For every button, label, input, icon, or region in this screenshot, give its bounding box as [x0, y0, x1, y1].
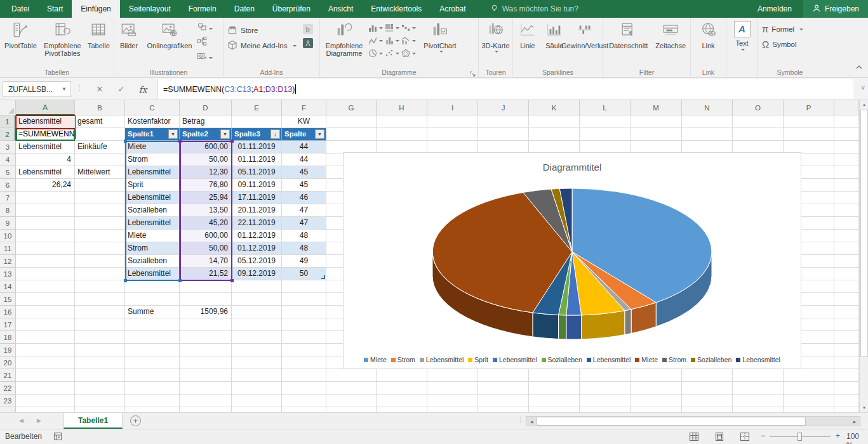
cell-A9[interactable] — [16, 217, 75, 230]
zoom-slider-thumb[interactable] — [798, 433, 802, 441]
cell-D14[interactable] — [180, 280, 232, 293]
map3d-button[interactable]: 3D-Karte — [481, 19, 511, 66]
row-header-7[interactable]: 7 — [0, 192, 16, 204]
cell-F11[interactable]: 48 — [282, 242, 326, 255]
legend-item[interactable]: Sozialleben — [691, 356, 731, 363]
cell-A18[interactable] — [16, 331, 75, 344]
cell-P3[interactable] — [784, 141, 834, 153]
cell-F13[interactable]: 50 — [282, 268, 326, 280]
share-button[interactable]: Freigeben — [803, 0, 868, 18]
cell-I22[interactable] — [427, 382, 478, 395]
cell-F5[interactable]: 45 — [282, 166, 326, 179]
cell-B22[interactable] — [75, 382, 125, 395]
legend-item[interactable]: Miete — [364, 356, 387, 363]
cell-H23[interactable] — [377, 395, 427, 407]
cell-O1[interactable] — [733, 115, 784, 128]
cell-B11[interactable] — [75, 242, 125, 255]
cell-P23[interactable] — [784, 395, 834, 407]
cell-partial-22[interactable] — [834, 382, 859, 395]
column-header-H[interactable]: H — [377, 100, 427, 115]
pie-slice-side[interactable] — [566, 315, 582, 339]
cell-A7[interactable] — [16, 192, 75, 204]
cell-P21[interactable] — [784, 369, 834, 382]
cell-A1[interactable]: Lebensmittel — [16, 115, 75, 128]
cell-D6[interactable]: 76,80 — [180, 179, 232, 192]
cell-O23[interactable] — [733, 395, 784, 407]
cell-L22[interactable] — [580, 382, 631, 395]
cell-K23[interactable] — [529, 395, 580, 407]
sheet-nav-left-icon[interactable]: ◀ — [19, 417, 23, 424]
legend-item[interactable]: Strom — [391, 356, 415, 363]
cell-K21[interactable] — [529, 369, 580, 382]
cell-E13[interactable]: 09.12.2019 — [232, 268, 282, 280]
cell-C15[interactable] — [125, 293, 180, 306]
cell-D10[interactable]: 600,00 — [180, 230, 232, 242]
people-graph-icon[interactable] — [303, 38, 313, 48]
cell-F15[interactable] — [282, 293, 326, 306]
cell-E21[interactable] — [232, 369, 282, 382]
cell-A17[interactable] — [16, 318, 75, 331]
chart-combo-icon[interactable] — [401, 34, 418, 47]
cell-C7[interactable]: Lebensmittel — [125, 192, 180, 204]
cell-K22[interactable] — [529, 382, 580, 395]
cell-partial-9[interactable] — [834, 217, 859, 230]
cell-partial-10[interactable] — [834, 230, 859, 242]
legend-item[interactable]: Lebensmittel — [420, 356, 464, 363]
legend-item[interactable]: Lebensmittel — [587, 356, 631, 363]
vertical-scroll-thumb[interactable] — [860, 110, 868, 357]
collapse-ribbon-icon[interactable] — [855, 62, 863, 74]
cell-A20[interactable] — [16, 356, 75, 369]
row-header-6[interactable]: 6 — [0, 179, 16, 192]
cell-E20[interactable] — [232, 356, 282, 369]
cell-C4[interactable]: Strom — [125, 153, 180, 166]
cell-N23[interactable] — [682, 395, 733, 407]
row-header-23[interactable]: 23 — [0, 395, 16, 407]
cell-H22[interactable] — [377, 382, 427, 395]
cell-partial-19[interactable] — [834, 344, 859, 356]
cell-A23[interactable] — [16, 395, 75, 407]
cell-G24[interactable] — [326, 407, 377, 412]
scroll-up-icon[interactable]: ▲ — [860, 100, 868, 109]
cell-E15[interactable] — [232, 293, 282, 306]
table-header-Spalte3[interactable]: Spalte3↓ — [232, 128, 282, 141]
cell-C8[interactable]: Sozialleben — [125, 204, 180, 217]
cell-partial-18[interactable] — [834, 331, 859, 344]
cell-B10[interactable] — [75, 230, 125, 242]
cell-D12[interactable]: 14,70 — [180, 255, 232, 268]
cell-partial-3[interactable] — [834, 141, 859, 153]
cell-P24[interactable] — [784, 407, 834, 412]
smartart-icon[interactable] — [197, 36, 213, 49]
cell-partial-24[interactable] — [834, 407, 859, 412]
cell-E17[interactable] — [232, 318, 282, 331]
row-header-24[interactable] — [0, 407, 16, 412]
cell-E14[interactable] — [232, 280, 282, 293]
cell-partial-20[interactable] — [834, 356, 859, 369]
cell-B9[interactable] — [75, 217, 125, 230]
chart-scatter-icon[interactable] — [385, 47, 401, 60]
recommended-pivottables-button[interactable]: Empfohlene PivotTables — [40, 19, 85, 66]
cell-J21[interactable] — [478, 369, 529, 382]
pie-slice-side[interactable] — [559, 315, 566, 339]
pivottable-button[interactable]: PivotTable — [1, 19, 40, 66]
cell-C5[interactable]: Lebensmittel — [125, 166, 180, 179]
cell-K24[interactable] — [529, 407, 580, 412]
name-box[interactable]: ZUFALLSB... ▼ — [3, 81, 71, 97]
zoom-in-icon[interactable]: + — [836, 431, 840, 440]
cell-M2[interactable] — [631, 128, 682, 141]
pie-chart[interactable] — [344, 153, 802, 370]
cell-F1[interactable]: KW — [282, 115, 326, 128]
cell-D22[interactable] — [180, 382, 232, 395]
cell-partial-15[interactable] — [834, 293, 859, 306]
store-button[interactable]: Store — [225, 23, 299, 38]
cell-A13[interactable] — [16, 268, 75, 280]
legend-item[interactable]: Sozialleben — [542, 356, 582, 363]
cell-A4[interactable]: 4 — [16, 153, 75, 166]
cell-L24[interactable] — [580, 407, 631, 412]
scroll-left-icon[interactable]: ◀ — [527, 417, 536, 426]
row-header-10[interactable]: 10 — [0, 230, 16, 242]
row-header-13[interactable]: 13 — [0, 268, 16, 280]
cell-E3[interactable]: 01.11.2019 — [232, 141, 282, 153]
cell-H21[interactable] — [377, 369, 427, 382]
view-normal-icon[interactable] — [689, 432, 699, 443]
cell-partial-11[interactable] — [834, 242, 859, 255]
